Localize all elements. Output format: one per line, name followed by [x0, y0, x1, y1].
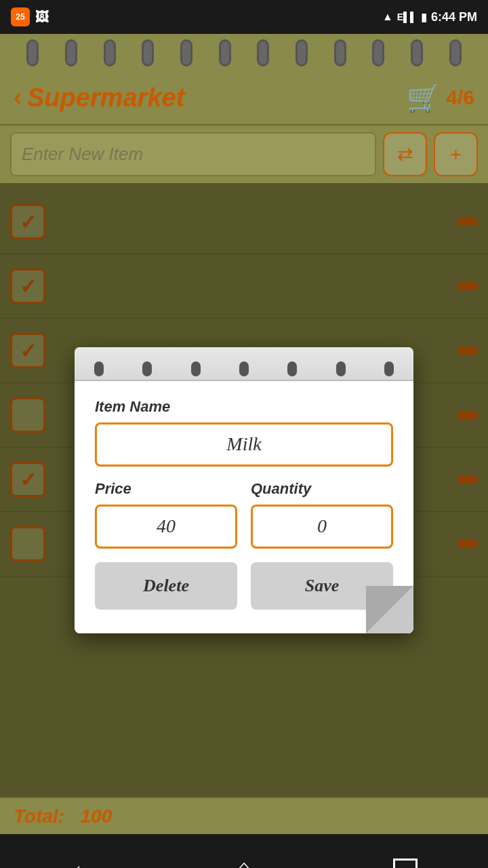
notepad-top	[75, 347, 413, 381]
delete-button[interactable]: Delete	[95, 562, 237, 610]
new-item-input-container[interactable]: Enter New Item	[10, 132, 376, 176]
cart-icon: 🛒	[407, 82, 441, 114]
status-bar: 25 🖼 ▲ E▌▌ ▮ 6:44 PM	[0, 0, 488, 34]
share-icon: ⇄	[397, 143, 413, 165]
new-item-placeholder: Enter New Item	[22, 144, 143, 165]
modal-overlay: Item Name Price Quantity Delete	[0, 183, 488, 797]
wifi-icon: ▲	[382, 11, 393, 23]
recents-nav-icon	[393, 859, 418, 868]
status-right: ▲ E▌▌ ▮ 6:44 PM	[382, 10, 477, 24]
battery-icon: ▮	[421, 11, 427, 24]
time-display: 6:44 PM	[431, 10, 477, 24]
app-container: ‹ Supermarket 🛒 4/6 Enter New Item ⇄ + ✓…	[0, 34, 488, 834]
item-name-input[interactable]	[95, 422, 393, 467]
nav-bar: ← ⌂	[0, 834, 488, 868]
quantity-label: Quantity	[251, 480, 393, 498]
list-area: ✓ ✓ ✓ ✓	[0, 183, 488, 797]
price-input[interactable]	[95, 505, 237, 549]
edit-item-modal: Item Name Price Quantity Delete	[75, 347, 413, 633]
back-nav-icon: ←	[70, 854, 95, 868]
rings-decoration	[0, 34, 488, 71]
quantity-input[interactable]	[251, 505, 393, 549]
signal-icon: E▌▌	[397, 12, 417, 22]
back-arrow-icon[interactable]: ‹	[14, 83, 22, 112]
app-title: Supermarket	[27, 83, 184, 113]
page-curl	[366, 586, 413, 633]
notepad-body: Item Name Price Quantity Delete	[75, 381, 413, 633]
photo-icon: 🖼	[35, 9, 49, 25]
total-bar: Total: 100	[0, 797, 488, 834]
header-left: ‹ Supermarket	[14, 83, 184, 113]
home-nav-icon: ⌂	[237, 854, 251, 868]
total-label: Total: 100	[14, 806, 112, 827]
action-buttons-row: Delete Save	[95, 562, 393, 610]
home-button[interactable]: ⌂	[237, 854, 251, 868]
header-right: 🛒 4/6	[407, 82, 474, 114]
item-name-label: Item Name	[95, 398, 393, 416]
price-col: Price	[95, 480, 237, 549]
share-button[interactable]: ⇄	[383, 132, 427, 176]
item-count: 4/6	[446, 86, 474, 109]
price-quantity-row: Price Quantity	[95, 480, 393, 549]
add-button[interactable]: +	[434, 132, 478, 176]
app-header: ‹ Supermarket 🛒 4/6	[0, 71, 488, 125]
toolbar: Enter New Item ⇄ +	[0, 125, 488, 183]
plus-icon: +	[450, 144, 461, 165]
recents-button[interactable]	[393, 859, 418, 868]
quantity-col: Quantity	[251, 480, 393, 549]
notification-badge: 25	[11, 7, 30, 26]
price-label: Price	[95, 480, 237, 498]
status-left: 25 🖼	[11, 7, 49, 26]
spiral-holes	[75, 361, 413, 380]
back-button[interactable]: ←	[70, 854, 95, 868]
